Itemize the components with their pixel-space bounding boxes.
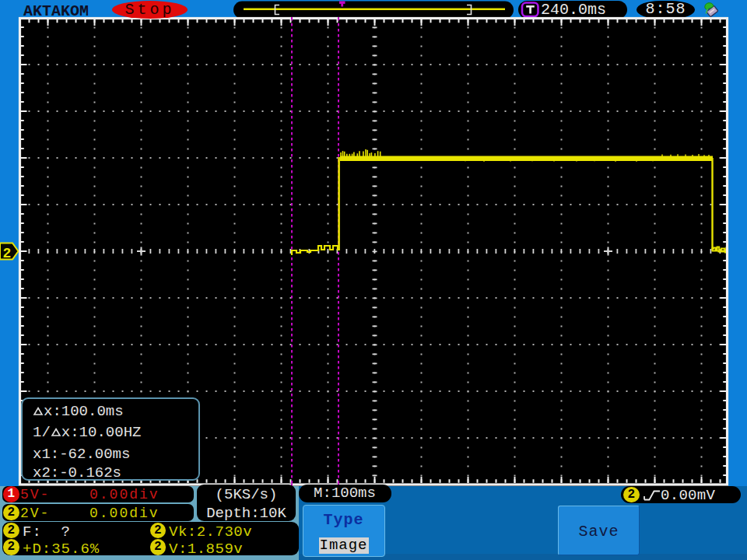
svg-text:2: 2 bbox=[3, 246, 12, 261]
